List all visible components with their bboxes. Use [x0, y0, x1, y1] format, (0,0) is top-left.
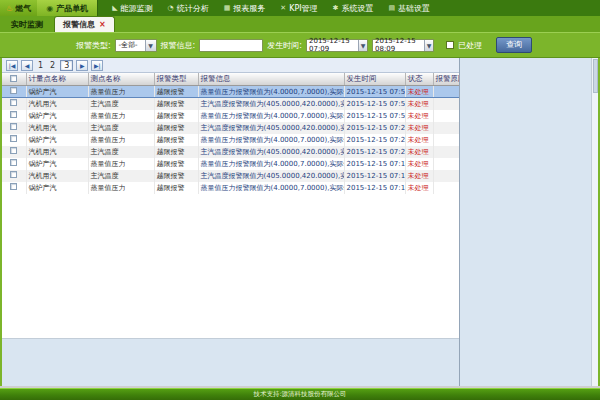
col-occur-time[interactable]: 发生时间: [344, 73, 405, 86]
col-alarm-reason[interactable]: 报警原因: [433, 73, 459, 86]
col-alarm-type[interactable]: 报警类型: [154, 73, 198, 86]
cell-4: 2015-12-15 07:15:14: [344, 158, 405, 170]
handled-checkbox[interactable]: [446, 41, 454, 49]
table-row[interactable]: 汽机用汽主汽温度越限报警主汽温度报警限值为(405.0000,420.0000)…: [2, 98, 459, 110]
chart-icon: ◣: [112, 4, 117, 12]
table-row[interactable]: 锅炉产汽蒸量值压力越限报警蒸量值压力报警限值为(4.0000,7.0000),实…: [2, 110, 459, 122]
prev-page-button[interactable]: ◀: [21, 60, 33, 71]
footer-bar: 技术支持:源清科技股份有限公司: [0, 386, 600, 400]
chevron-down-icon[interactable]: ▼: [145, 40, 156, 51]
cell-4: 2015-12-15 07:51:45: [344, 110, 405, 122]
menu-label: 报表服务: [233, 3, 265, 14]
menu-label: KPI管理: [289, 3, 317, 14]
cell-6: [433, 110, 459, 122]
table-row[interactable]: 汽机用汽主汽温度越限报警主汽温度报警限值为(405.0000,420.0000)…: [2, 170, 459, 182]
col-measure-point[interactable]: 测点名称: [88, 73, 154, 86]
cell-3: 主汽温度报警限值为(405.0000,420.0000),实际值为421.362…: [198, 170, 344, 182]
cell-5: 未处理: [405, 134, 433, 146]
menu-item-reports[interactable]: ▦ 报表服务: [224, 3, 266, 14]
tab-realtime-monitor[interactable]: 实时监测: [3, 17, 51, 32]
row-checkbox[interactable]: [10, 147, 17, 154]
cell-5: 未处理: [405, 98, 433, 110]
tab-label: 报警信息: [63, 19, 95, 30]
top-menu-bar: ♨ 燃气 ◉ 产品单机 ◣ 能源监测 ◔ 统计分析 ▦ 报表服务 ✕ KPI管理: [0, 0, 600, 16]
row-checkbox[interactable]: [10, 87, 17, 94]
cell-6: [433, 122, 459, 134]
table-row[interactable]: 锅炉产汽蒸量值压力越限报警蒸量值压力报警限值为(4.0000,7.0000),实…: [2, 134, 459, 146]
next-page-button[interactable]: ▶: [76, 60, 88, 71]
cell-3: 主汽温度报警限值为(405.0000,420.0000),实际值为421.030…: [198, 98, 344, 110]
cell-2: 越限报警: [154, 158, 198, 170]
last-page-button[interactable]: ▶|: [91, 60, 103, 71]
cell-5: 未处理: [405, 122, 433, 134]
close-icon[interactable]: ×: [99, 20, 106, 29]
cell-0: 汽机用汽: [26, 98, 88, 110]
product-label: 产品单机: [56, 3, 88, 14]
list-icon: ▤: [388, 4, 395, 12]
alarm-type-label: 报警类型:: [76, 40, 111, 51]
table-row[interactable]: 锅炉产汽蒸量值压力越限报警蒸量值压力报警限值为(4.0000,7.0000),实…: [2, 182, 459, 194]
tab-bar: 实时监测 报警信息 ×: [0, 16, 600, 32]
row-checkbox[interactable]: [10, 123, 17, 130]
time-label: 发生时间:: [267, 40, 302, 51]
alarm-info-input[interactable]: [199, 39, 263, 52]
time-from-value: 2015-12-15 07:09: [309, 37, 358, 53]
row-checkbox[interactable]: [10, 159, 17, 166]
first-page-button[interactable]: |◀: [6, 60, 18, 71]
cell-0: 锅炉产汽: [26, 134, 88, 146]
cell-checkbox: [2, 134, 26, 146]
col-alarm-info[interactable]: 报警信息: [198, 73, 344, 86]
menu-item-system-settings[interactable]: ✱ 系统设置: [333, 3, 374, 14]
cell-2: 越限报警: [154, 110, 198, 122]
menu-item-energy-monitor[interactable]: ◣ 能源监测: [112, 3, 152, 14]
cell-0: 锅炉产汽: [26, 110, 88, 122]
chevron-down-icon[interactable]: ▼: [424, 40, 433, 51]
cell-checkbox: [2, 110, 26, 122]
cell-checkbox: [2, 98, 26, 110]
cell-checkbox: [2, 86, 26, 98]
menu-label: 统计分析: [177, 3, 209, 14]
scrollbar-thumb[interactable]: [593, 59, 598, 93]
vertical-scrollbar[interactable]: [591, 58, 598, 386]
page-number-2[interactable]: 2: [48, 61, 57, 70]
col-status[interactable]: 状态: [405, 73, 433, 86]
cell-3: 蒸量值压力报警限值为(4.0000,7.0000),实际值为7.2187: [198, 182, 344, 194]
alarm-type-select[interactable]: -全部- ▼: [115, 39, 157, 52]
row-checkbox[interactable]: [10, 111, 17, 118]
cell-0: 汽机用汽: [26, 170, 88, 182]
cell-5: 未处理: [405, 110, 433, 122]
time-to-picker[interactable]: 2015-12-15 08:09 ▼: [372, 39, 434, 52]
cell-5: 未处理: [405, 158, 433, 170]
table-row[interactable]: 锅炉产汽蒸量值压力越限报警蒸量值压力报警限值为(4.0000,7.0000),实…: [2, 86, 459, 98]
col-metering-point[interactable]: 计量点名称: [26, 73, 88, 86]
alarm-info-label: 报警信息:: [161, 40, 196, 51]
cell-6: [433, 170, 459, 182]
row-checkbox[interactable]: [10, 99, 17, 106]
cell-4: 2015-12-15 07:10:01: [344, 182, 405, 194]
cell-4: 2015-12-15 07:15:09: [344, 170, 405, 182]
pagination-bar: |◀ ◀ 1 2 3 ▶ ▶|: [2, 58, 459, 73]
product-tab[interactable]: ◉ 产品单机: [37, 0, 98, 16]
menu-item-kpi[interactable]: ✕ KPI管理: [280, 3, 317, 14]
cell-0: 汽机用汽: [26, 122, 88, 134]
table-header: 计量点名称 测点名称 报警类型 报警信息 发生时间 状态 报警原因: [2, 73, 459, 86]
tab-alarm-info[interactable]: 报警信息 ×: [54, 16, 115, 32]
table-row[interactable]: 汽机用汽主汽温度越限报警主汽温度报警限值为(405.0000,420.0000)…: [2, 122, 459, 134]
menu-item-basic-settings[interactable]: ▤ 基础设置: [388, 3, 430, 14]
page-number-3[interactable]: 3: [60, 60, 73, 71]
search-button[interactable]: 查询: [496, 37, 532, 53]
table-row[interactable]: 汽机用汽主汽温度越限报警主汽温度报警限值为(405.0000,420.0000)…: [2, 146, 459, 158]
chevron-down-icon[interactable]: ▼: [358, 40, 367, 51]
table-row[interactable]: 锅炉产汽蒸量值压力越限报警蒸量值压力报警限值为(4.0000,7.0000),实…: [2, 158, 459, 170]
time-from-picker[interactable]: 2015-12-15 07:09 ▼: [306, 39, 368, 52]
page-number-1[interactable]: 1: [36, 61, 45, 70]
cell-1: 主汽温度: [88, 98, 154, 110]
cell-6: [433, 98, 459, 110]
cell-3: 蒸量值压力报警限值为(4.0000,7.0000),实际值为3.4521: [198, 134, 344, 146]
row-checkbox[interactable]: [10, 183, 17, 190]
row-checkbox[interactable]: [10, 171, 17, 178]
cell-1: 主汽温度: [88, 146, 154, 158]
select-all-checkbox[interactable]: [10, 75, 17, 82]
row-checkbox[interactable]: [10, 135, 17, 142]
menu-item-statistics[interactable]: ◔ 统计分析: [168, 3, 209, 14]
